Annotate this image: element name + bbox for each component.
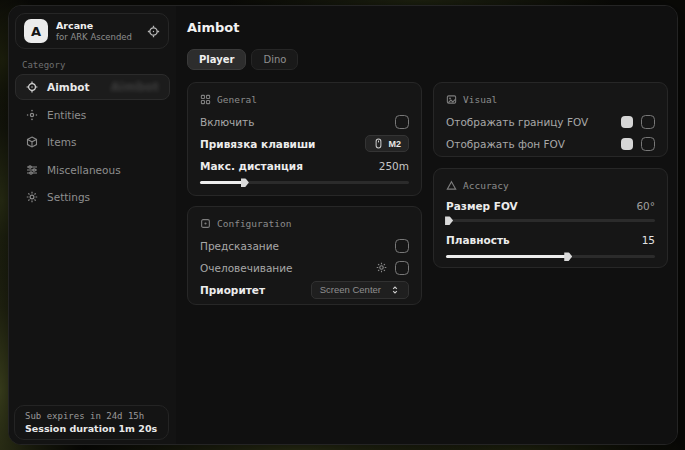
max-distance-row: Макс. дистанция 250m [200,155,409,176]
humanization-checkbox[interactable] [395,261,409,275]
entities-icon [26,109,38,121]
fov-border-checkbox[interactable] [641,115,655,129]
enable-row: Включить [200,111,409,132]
triangle-icon [446,180,457,191]
general-panel: General Включить Привязка клавиши [187,82,422,196]
priority-value: Screen Center [320,284,381,295]
slider-fill [446,219,448,222]
smoothness-value: 15 [642,234,655,246]
priority-label: Приоритет [200,284,265,296]
smoothness-slider[interactable] [446,255,655,258]
brand-logo: A [24,19,48,43]
accuracy-panel-title: Accuracy [463,180,509,191]
module-icon [200,218,211,229]
category-label: Category [22,60,65,70]
sidebar-item-label: Miscellaneous [47,164,121,176]
sidebar-item-aimbot[interactable]: Aimbot Aimbot [15,74,170,100]
fov-bg-checkbox[interactable] [641,137,655,151]
sidebar-item-items[interactable]: Items [15,129,170,155]
accuracy-panel-header: Accuracy [446,179,655,191]
main-content: Aimbot Player Dino General Вк [176,6,677,444]
brand-subtitle: for ARK Ascended [56,32,132,42]
accuracy-panel: Accuracy Размер FOV 60° Плавность 15 [433,168,668,268]
humanization-gear-icon[interactable] [376,262,387,273]
fov-size-value: 60° [636,200,655,212]
brand-title: Arcane [56,20,132,31]
max-distance-label: Макс. дистанция [200,160,303,172]
visual-panel-header: Visual [446,93,655,105]
sliders-icon [26,164,38,176]
subscription-card: Sub expires in 24d 15h Session duration … [14,405,169,440]
crosshair-icon [26,81,38,93]
fov-border-label: Отображать границу FOV [446,116,588,128]
configuration-panel-header: Configuration [200,217,409,229]
ghost-watermark: Aimbot [111,80,159,94]
humanization-row: Очеловечивание [200,257,409,278]
fov-bg-label: Отображать фон FOV [446,138,565,150]
page-title: Aimbot [187,20,240,35]
sidebar-nav: Aimbot Aimbot Entities [15,74,170,212]
screen-icon [446,94,457,105]
sidebar-item-label: Entities [47,109,86,121]
prediction-label: Предсказание [200,240,279,252]
sidebar-item-label: Settings [47,191,90,203]
brand-card: A Arcane for ARK Ascended [15,13,169,49]
sidebar-item-miscellaneous[interactable]: Miscellaneous [15,157,170,183]
keybind-label: Привязка клавиши [200,138,315,150]
sidebar-item-label: Items [47,136,76,148]
smoothness-row: Плавность 15 [446,231,655,249]
target-icon[interactable] [147,25,160,38]
priority-row: Приоритет Screen Center [200,279,409,300]
mouse-icon [373,138,384,149]
slider-thumb[interactable] [241,178,249,187]
smoothness-label: Плавность [446,234,510,246]
fov-bg-color-swatch[interactable] [621,138,633,150]
general-panel-title: General [217,94,257,105]
tab-dino[interactable]: Dino [251,49,298,70]
tab-bar: Player Dino [187,49,298,70]
sub-expires-text: Sub expires in 24d 15h [25,411,158,421]
keybind-button[interactable]: M2 [365,135,409,152]
sidebar: A Arcane for ARK Ascended Category [9,6,177,444]
brand-initial: A [31,24,41,39]
game-background: A Arcane for ARK Ascended Category [0,0,685,450]
prediction-row: Предсказание [200,235,409,256]
slider-thumb[interactable] [564,252,572,261]
box-icon [26,136,38,148]
configuration-panel-title: Configuration [217,218,291,229]
general-panel-header: General [200,93,409,105]
fov-border-color-swatch[interactable] [621,116,633,128]
enable-checkbox[interactable] [395,115,409,129]
max-distance-value: 250m [379,160,409,172]
prediction-checkbox[interactable] [395,239,409,253]
sidebar-item-settings[interactable]: Settings [15,184,170,210]
tab-player[interactable]: Player [187,49,246,70]
keybind-value: M2 [388,139,401,149]
humanization-label: Очеловечивание [200,262,293,274]
fov-border-row: Отображать границу FOV [446,111,655,132]
fov-size-row: Размер FOV 60° [446,197,655,215]
brand-text: Arcane for ARK Ascended [56,20,132,41]
grid-icon [200,94,211,105]
configuration-panel: Configuration Предсказание Очеловечивани… [187,206,422,305]
chevron-up-down-icon [390,285,400,295]
fov-size-label: Размер FOV [446,200,518,212]
visual-panel-title: Visual [463,94,497,105]
slider-fill [446,255,567,258]
max-distance-slider[interactable] [200,181,409,184]
slider-fill [200,181,244,184]
session-duration-text: Session duration 1m 20s [25,423,158,434]
fov-bg-row: Отображать фон FOV [446,133,655,154]
gear-icon [26,191,38,203]
cheat-window: A Arcane for ARK Ascended Category [8,5,678,445]
sidebar-item-label: Aimbot [47,81,89,93]
priority-dropdown[interactable]: Screen Center [311,281,409,299]
slider-thumb[interactable] [445,216,453,225]
sidebar-item-entities[interactable]: Entities [15,102,170,128]
fov-size-slider[interactable] [446,219,655,222]
keybind-row: Привязка клавиши M2 [200,133,409,154]
visual-panel: Visual Отображать границу FOV Отображать… [433,82,668,157]
enable-label: Включить [200,116,254,128]
